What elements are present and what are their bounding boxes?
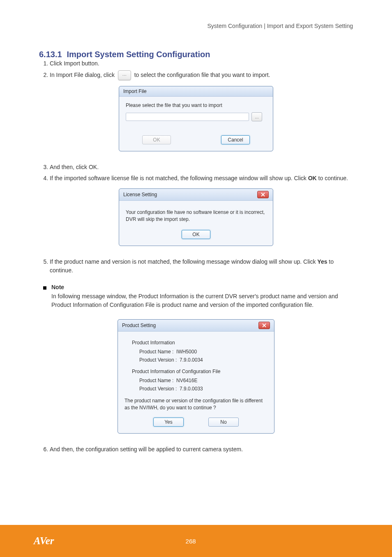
import-prompt: Please select the file that you want to … (126, 102, 266, 108)
product-name-row: Product Name : IWH5000 (139, 349, 267, 355)
product-no-button[interactable]: No (208, 418, 239, 427)
import-dialog-titlebar: Import File (119, 86, 273, 97)
product-yes-button[interactable]: Yes (153, 418, 184, 427)
footer-page-number: 268 (186, 538, 196, 545)
product-dialog-title: Product Setting (122, 323, 156, 328)
step-6: And then, the configuration setting will… (50, 445, 353, 454)
import-ok-button[interactable]: OK (142, 135, 171, 144)
bullet-icon (43, 286, 46, 290)
note-body: In following message window, the Product… (51, 292, 353, 309)
config-product-name-row: Product Name : NV6416E (139, 378, 267, 383)
browse-button[interactable]: … (251, 112, 262, 121)
breadcrumb: System Configuration | Import and Export… (39, 23, 353, 29)
close-icon[interactable] (258, 322, 270, 329)
step-2: In Import File dialog, click … to select… (50, 70, 353, 80)
step-4: If the imported software license file is… (50, 174, 353, 183)
step-3: And then, click OK. (50, 163, 353, 172)
step-5: If the product name and version is not m… (50, 258, 353, 275)
import-dialog-title: Import File (123, 88, 147, 94)
license-setting-dialog: License Setting Your configuration file … (119, 188, 273, 246)
config-file-info-heading: Product Information of Configuration Fil… (132, 369, 267, 374)
note-block: Note In following message window, the Pr… (51, 284, 353, 313)
license-dialog-titlebar: License Setting (119, 189, 273, 201)
browse-button-glyph: … (118, 70, 131, 80)
section-title: Import System Setting Configuration (67, 50, 210, 59)
config-product-version-row: Product Version : 7.9.0.0033 (139, 386, 267, 392)
license-message: Your configuration file have no software… (126, 209, 266, 223)
product-info-heading: Product Information (132, 340, 267, 346)
step-1: Click Import button. (50, 59, 353, 68)
product-dialog-titlebar: Product Setting (118, 320, 274, 332)
license-dialog-title: License Setting (123, 192, 157, 197)
import-file-path-input[interactable] (126, 113, 249, 121)
license-ok-button[interactable]: OK (182, 230, 210, 239)
note-title: Note (51, 284, 353, 290)
product-warning-text: The product name or version of the confi… (125, 397, 267, 412)
product-setting-dialog: Product Setting Product Information Prod… (118, 319, 274, 434)
close-icon[interactable] (257, 191, 269, 198)
import-cancel-button[interactable]: Cancel (221, 135, 250, 144)
import-file-dialog: Import File Please select the file that … (119, 86, 273, 151)
page-footer: AVer 268 (0, 525, 392, 557)
product-version-row: Product Version : 7.9.0.0034 (139, 357, 267, 363)
section-number: 6.13.1 (39, 50, 62, 59)
footer-brand: AVer (34, 535, 54, 547)
